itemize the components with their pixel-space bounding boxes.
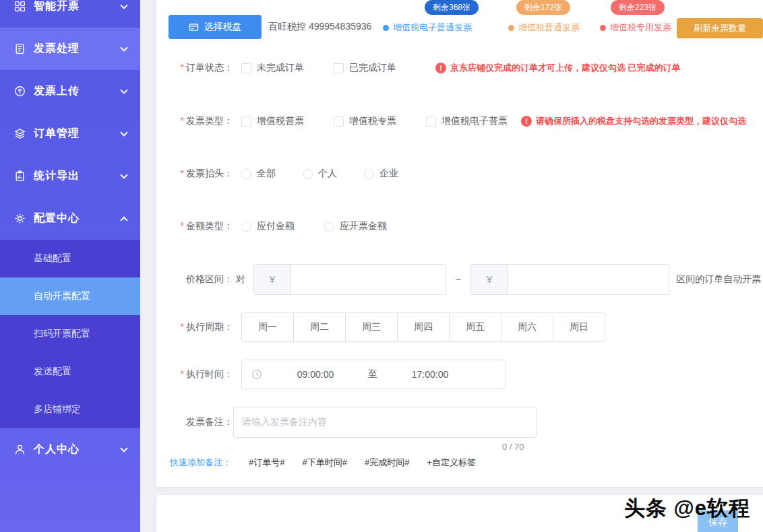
submenu-item-multi-store-binding[interactable]: 多店铺绑定 [0, 391, 140, 428]
end-time-value[interactable]: 17:00:00 [386, 369, 474, 380]
weekday-wednesday-button[interactable]: 周三 [345, 312, 398, 342]
select-tax-disk-button[interactable]: 选择税盘 [169, 15, 262, 39]
sidebar-item-label: 智能开票 [34, 0, 121, 13]
option-label: 增值税专票 [349, 115, 396, 127]
required-mark: * [181, 368, 184, 379]
sidebar-item-invoice-upload[interactable]: 发票上传 [0, 70, 140, 112]
legend-label: 增值税普通发票 [518, 22, 580, 34]
radio-icon [364, 169, 374, 179]
weekday-sunday-button[interactable]: 周日 [553, 312, 605, 342]
sidebar-item-invoice-processing[interactable]: 发票处理 [0, 28, 140, 70]
chevron-down-icon [120, 444, 127, 452]
order-status-row: *订单状态： 未完成订单 已完成订单 ! 京东店铺仅完成的订单才可上传，建议仅勾… [170, 62, 681, 74]
radio-payable-amount[interactable]: 应付金额 [241, 220, 295, 232]
field-label-text: 发票抬头： [186, 168, 233, 178]
sidebar-item-label: 个人中心 [34, 442, 121, 457]
sidebar-item-config-center[interactable]: 配置中心 [0, 197, 140, 240]
char-counter: 0 / 70 [502, 442, 524, 452]
upload-circle-icon [13, 86, 26, 98]
field-label-text: 金额类型： [186, 220, 233, 231]
refresh-remaining-button[interactable]: 刷新余票数量 [677, 18, 763, 38]
submenu-item-send-config[interactable]: 发送配置 [0, 353, 140, 391]
checkbox-icon [241, 117, 251, 127]
sidebar-item-stats-export[interactable]: 统计导出 [0, 155, 140, 197]
checkbox-finished-orders[interactable]: 已完成订单 [334, 62, 396, 74]
legend-dot [508, 25, 514, 31]
exec-time-picker[interactable]: 09:00:00 至 17:00:00 [241, 360, 506, 389]
tax-disk-info: 百旺税控 499954835936 [268, 21, 371, 33]
option-label: 全部 [257, 168, 276, 180]
option-label: 企业 [379, 168, 398, 180]
tag-order-time[interactable]: #下单时间# [302, 457, 346, 469]
invoice-title-row: *发票抬头： 全部 个人 企业 [170, 168, 428, 180]
tag-finish-time[interactable]: #完成时间# [365, 457, 409, 469]
tag-order-number[interactable]: #订单号# [249, 457, 284, 469]
weekday-thursday-button[interactable]: 周四 [397, 312, 450, 342]
checkbox-icon [426, 117, 436, 127]
sidebar-item-personal-center[interactable]: 个人中心 [0, 428, 140, 471]
badge-pointer [634, 10, 639, 15]
price-min-input[interactable] [291, 265, 446, 294]
checkbox-vat-electronic[interactable]: 增值税电子普票 [426, 115, 508, 127]
checkbox-icon [241, 63, 251, 73]
time-range-box[interactable]: 09:00:00 至 17:00:00 [241, 360, 506, 389]
checkbox-vat-normal[interactable]: 增值税普票 [241, 115, 304, 127]
radio-enterprise[interactable]: 企业 [364, 168, 398, 180]
amount-type-options: 应付金额 应开票金额 [241, 220, 417, 232]
option-label: 应开票金额 [340, 220, 387, 232]
weekday-monday-button[interactable]: 周一 [241, 312, 294, 342]
submenu-item-basic-config[interactable]: 基础配置 [0, 240, 140, 277]
required-mark: * [181, 220, 184, 231]
submenu-item-auto-invoice-config[interactable]: 自动开票配置 [0, 277, 140, 315]
radio-icon [303, 169, 313, 179]
currency-symbol: ¥ [471, 265, 508, 294]
invoice-remark-label: 发票备注： [170, 416, 233, 428]
tag-custom-label[interactable]: +自定义标签 [427, 457, 476, 469]
amount-type-label: *金额类型： [170, 220, 233, 232]
price-range-prefix: 对 [236, 273, 245, 286]
field-label-text: 执行周期： [186, 321, 233, 332]
weekday-friday-button[interactable]: 周五 [449, 312, 501, 342]
weekday-saturday-button[interactable]: 周六 [501, 312, 553, 342]
chevron-up-icon [120, 216, 127, 224]
start-time-value[interactable]: 09:00:00 [272, 369, 359, 380]
radio-all[interactable]: 全部 [241, 168, 276, 180]
chevron-down-icon [120, 1, 127, 9]
invoice-type-warning: 请确保所插入的税盘支持勾选的发票类型，建议仅勾选 [536, 115, 746, 127]
radio-invoiceable-amount[interactable]: 应开票金额 [324, 220, 387, 232]
checkbox-vat-special[interactable]: 增值税专票 [334, 115, 396, 127]
submenu-item-label: 多店铺绑定 [34, 403, 81, 415]
invoice-title-label: *发票抬头： [170, 168, 233, 180]
option-label: 已完成订单 [349, 62, 396, 74]
badge-pointer [539, 10, 545, 15]
exec-time-row: *执行时间： 09:00:00 至 17:00:00 [170, 360, 506, 389]
radio-personal[interactable]: 个人 [303, 168, 337, 180]
field-label-text: 价格区间： [186, 273, 233, 284]
field-label-text: 执行时间： [186, 368, 233, 379]
submenu-item-scan-invoice-config[interactable]: 扫码开票配置 [0, 315, 140, 353]
checkbox-icon [334, 63, 344, 73]
legend-normal-invoice: 增值税普通发票 [508, 22, 580, 34]
legend-label: 增值税电子普通发票 [393, 22, 472, 34]
price-max-group: ¥ [470, 264, 669, 295]
required-mark: * [181, 321, 184, 332]
clipboard-chart-icon [13, 170, 26, 182]
chevron-down-icon [120, 129, 127, 136]
main-content: 剩余368张 剩余172张 剩余223张 选择税盘 百旺税控 499954835… [140, 0, 763, 532]
person-icon [13, 444, 26, 456]
badge-pointer [450, 10, 456, 15]
checkbox-unfinished-orders[interactable]: 未完成订单 [241, 62, 304, 74]
auto-invoice-settings-card: 剩余368张 剩余172张 剩余223张 选择税盘 百旺税控 499954835… [156, 0, 763, 487]
warning-icon: ! [435, 63, 446, 73]
price-max-input[interactable] [508, 265, 669, 294]
weekday-tuesday-button[interactable]: 周二 [293, 312, 346, 342]
invoice-remark-textarea[interactable] [233, 407, 537, 438]
sidebar-item-smart-invoicing[interactable]: 智能开票 [0, 0, 140, 28]
radio-icon [241, 222, 251, 232]
chevron-down-icon [120, 44, 127, 51]
submenu-item-label: 基础配置 [34, 253, 71, 265]
invoice-document-icon [13, 43, 26, 55]
sidebar-item-order-management[interactable]: 订单管理 [0, 112, 140, 155]
chevron-down-icon [120, 171, 127, 178]
legend-dot [600, 25, 606, 31]
